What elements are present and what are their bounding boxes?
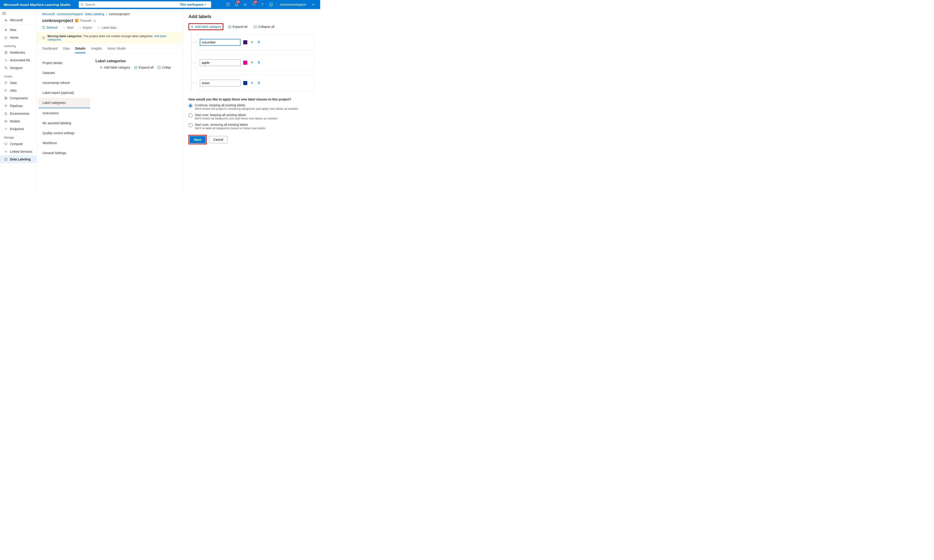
export-button[interactable]: Export	[78, 26, 92, 29]
flyout-toolbar: Add label category Expand all Collapse a…	[188, 23, 315, 30]
flyout-collapse-button[interactable]: Collapse all	[252, 24, 275, 29]
start-label: Start	[67, 26, 74, 29]
label-add-child-1[interactable]	[250, 60, 254, 65]
flyout-add-button[interactable]: Add label category	[188, 23, 223, 30]
trash-icon	[257, 81, 260, 85]
radio-1[interactable]	[188, 113, 192, 117]
radio-option-1[interactable]: Start over, keeping all existing labels …	[188, 113, 315, 120]
svg-point-12	[5, 82, 7, 83]
label-color-1[interactable]	[243, 61, 247, 65]
collapse-icon	[254, 25, 257, 28]
nav-jobs[interactable]: Jobs	[0, 87, 37, 94]
tab-details[interactable]: Details	[75, 47, 86, 53]
flyout-collapse-label: Collapse all	[258, 25, 274, 29]
nav-home[interactable]: Home	[0, 34, 37, 42]
nav-automl[interactable]: Automated ML	[0, 56, 37, 64]
nav-back[interactable]: Microsoft	[0, 16, 37, 24]
label-delete-0[interactable]	[257, 40, 261, 45]
workspace-chevron-icon[interactable]	[309, 0, 317, 9]
label-add-child-2[interactable]	[250, 81, 254, 86]
label-card-0	[197, 34, 315, 51]
nav-home-label: Home	[10, 36, 18, 39]
diagnostics-icon[interactable]: 14	[250, 0, 258, 9]
lc-collapse-label: Collap	[162, 66, 171, 69]
clock-icon[interactable]	[224, 0, 232, 9]
label-delete-1[interactable]	[257, 60, 261, 65]
inner-ml[interactable]: ML assisted labeling	[38, 118, 90, 128]
inner-datasets[interactable]: Datasets	[38, 68, 90, 78]
tab-insights[interactable]: Insights	[91, 47, 102, 53]
nav-pipelines[interactable]: Pipelines	[0, 102, 37, 110]
start-button[interactable]: Start	[63, 26, 74, 29]
tab-vision[interactable]: Vision Studio	[107, 47, 126, 53]
lc-expand-button[interactable]: Expand all	[134, 66, 154, 69]
radio-option-0[interactable]: Continue, keeping all existing labels We…	[188, 103, 315, 111]
refresh-icon	[42, 26, 45, 29]
nav-components[interactable]: Components	[0, 94, 37, 102]
search-box[interactable]: This workspace	[79, 2, 211, 8]
inner-incremental[interactable]: Incremental refresh	[38, 78, 90, 88]
refresh-button[interactable]: Refresh	[42, 26, 58, 29]
gear-icon[interactable]	[241, 0, 249, 9]
svg-point-5	[270, 4, 271, 4]
workspace-name[interactable]: contosoworkspace	[280, 3, 306, 6]
label-data-button[interactable]: Label data	[97, 26, 116, 29]
plus-icon	[251, 81, 254, 85]
search-scope[interactable]: This workspace	[178, 3, 209, 6]
inner-instructions[interactable]: Instructions	[38, 108, 90, 118]
help-icon[interactable]	[259, 0, 266, 9]
crumb-labeling[interactable]: Data Labeling	[85, 12, 104, 16]
nav-endpoints[interactable]: Endpoints	[0, 125, 37, 133]
pipelines-icon	[4, 104, 8, 108]
lc-title: Label categories	[95, 59, 177, 63]
nav-labeling[interactable]: Data Labeling	[0, 155, 37, 163]
radio-2[interactable]	[188, 123, 192, 127]
inner-project[interactable]: Project details	[38, 58, 90, 68]
hamburger-icon[interactable]	[0, 11, 37, 16]
inner-general[interactable]: General Settings	[38, 148, 90, 158]
crumb-microsoft[interactable]: Microsoft	[42, 12, 55, 16]
status-text: Paused	[80, 19, 91, 22]
lc-collapse-button[interactable]: Collap	[157, 66, 171, 69]
svg-point-4	[269, 3, 272, 6]
label-add-child-0[interactable]	[250, 40, 254, 45]
nav-environments[interactable]: Environments	[0, 110, 37, 117]
flyout-expand-button[interactable]: Expand all	[227, 24, 249, 29]
cancel-button[interactable]: Cancel	[209, 136, 228, 143]
label-color-2[interactable]	[243, 81, 247, 85]
nav-compute[interactable]: Compute	[0, 140, 37, 148]
nav-new[interactable]: New	[0, 26, 37, 34]
label-color-0[interactable]	[243, 40, 247, 45]
inner-categories[interactable]: Label categories	[38, 98, 90, 108]
svg-rect-21	[5, 143, 7, 145]
search-icon	[80, 3, 84, 6]
radio-option-2[interactable]: Start over, removing all existing labels…	[188, 123, 315, 130]
label-delete-2[interactable]	[257, 81, 261, 86]
label-input-0[interactable]	[200, 39, 240, 46]
label-input-1[interactable]	[200, 59, 240, 66]
inner-export[interactable]: Label export (optional)	[38, 88, 90, 98]
trash-icon	[257, 61, 260, 64]
nav-notebooks[interactable]: Notebooks	[0, 49, 37, 56]
crumb-workspace[interactable]: contosoworkspace	[57, 12, 83, 16]
divider	[3, 25, 34, 25]
tab-data[interactable]: Data	[63, 47, 70, 53]
nav-designer[interactable]: Designer	[0, 64, 37, 72]
inner-workforce[interactable]: Workforce	[38, 138, 90, 148]
tab-dashboard[interactable]: Dashboard	[42, 47, 58, 53]
nav-data[interactable]: Data	[0, 79, 37, 87]
nav-models[interactable]: Models	[0, 117, 37, 125]
bell-icon[interactable]: 23	[232, 0, 241, 9]
nav-linked[interactable]: Linked Services	[0, 148, 37, 155]
feedback-icon[interactable]	[267, 0, 275, 9]
lc-add-button[interactable]: Add label category	[100, 66, 130, 69]
save-button[interactable]: Save	[189, 136, 206, 143]
search-input[interactable]	[85, 3, 178, 6]
inner-qc[interactable]: Quality control settings	[38, 128, 90, 138]
radio-0[interactable]	[188, 104, 192, 108]
svg-point-9	[6, 60, 7, 61]
star-icon[interactable]: ☆	[93, 18, 96, 23]
chevron-down-icon	[204, 3, 206, 6]
banner-prefix: Missing label categories:	[48, 34, 83, 38]
label-input-2[interactable]	[200, 80, 240, 86]
